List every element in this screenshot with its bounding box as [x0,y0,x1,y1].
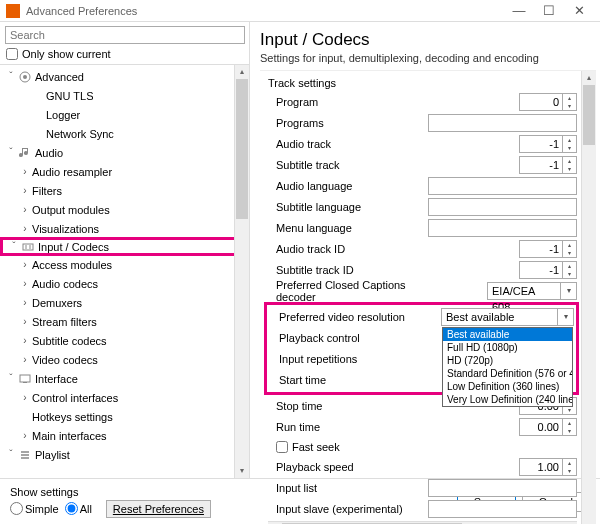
fast-seek-label: Fast seek [292,441,340,453]
program-spinner[interactable]: 0▴▾ [519,93,577,111]
cc-decoder-combo[interactable]: EIA/CEA 608▾ [487,282,577,300]
simple-radio[interactable]: Simple [10,502,59,515]
only-show-current-checkbox[interactable]: Only show current [6,48,243,60]
expand-icon[interactable]: › [18,316,32,327]
app-icon [6,4,20,18]
tree-node[interactable]: ›Control interfaces [0,388,234,407]
audio-track-spinner[interactable]: -1▴▾ [519,135,577,153]
dropdown-option[interactable]: HD (720p) [443,354,572,367]
svg-point-1 [23,75,27,79]
maximize-button[interactable]: ☐ [534,3,564,18]
tree-node[interactable]: ›Audio codecs [0,274,234,293]
run-time-spinner[interactable]: 0.00▴▾ [519,418,577,436]
search-input[interactable] [5,26,245,44]
preferred-resolution-combo[interactable]: Best available▾ Best availableFull HD (1… [441,308,574,326]
tree-node[interactable]: ›Main interfaces [0,426,234,445]
tree-node[interactable]: Hotkeys settings [0,407,234,426]
input-slave-input[interactable] [428,500,577,518]
tree-node[interactable]: ›Audio resampler [0,162,234,181]
scroll-thumb[interactable] [236,79,248,219]
tree-node-label: Stream filters [32,316,97,328]
subtitle-language-input[interactable] [428,198,577,216]
subtitle-track-label: Subtitle track [268,159,428,171]
tree-node[interactable]: ›Output modules [0,200,234,219]
tree-node-label: Audio codecs [32,278,98,290]
tree-node[interactable]: ›Visualizations [0,219,234,238]
tree-node[interactable]: ›Stream filters [0,312,234,331]
panel-subtitle: Settings for input, demultiplexing, deco… [260,52,596,64]
tree-node-label: Access modules [32,259,112,271]
dropdown-option[interactable]: Best available [443,328,572,341]
minimize-button[interactable]: — [504,3,534,18]
show-settings-label: Show settings [10,486,211,498]
tree-node[interactable]: ˇInterface [0,369,234,388]
tree-node[interactable]: ˇAudio [0,143,234,162]
preferences-tree[interactable]: ˇAdvancedGNU TLSLoggerNetwork SyncˇAudio… [0,65,234,478]
menu-language-label: Menu language [268,222,428,234]
expand-icon[interactable]: › [18,278,32,289]
only-show-current-label: Only show current [22,48,111,60]
expand-icon[interactable]: › [18,354,32,365]
expand-icon[interactable]: ˇ [4,147,18,158]
programs-input[interactable] [428,114,577,132]
playback-speed-spinner[interactable]: 1.00▴▾ [519,458,577,476]
expand-icon[interactable]: › [18,335,32,346]
tree-node[interactable]: ›Video codecs [0,350,234,369]
dropdown-option[interactable]: Very Low Definition (240 lines) [443,393,572,406]
dropdown-option[interactable]: Full HD (1080p) [443,341,572,354]
tree-node[interactable]: ›Demuxers [0,293,234,312]
subtitle-track-spinner[interactable]: -1▴▾ [519,156,577,174]
tree-node[interactable]: Network Sync [0,124,234,143]
expand-icon[interactable]: ˇ [4,373,18,384]
audio-language-input[interactable] [428,177,577,195]
expand-icon[interactable]: ˇ [7,241,21,252]
expand-icon[interactable]: › [18,430,32,441]
scroll-up-icon[interactable]: ▴ [235,65,249,79]
tree-node[interactable]: ˇInput / Codecs [0,237,234,256]
scroll-thumb[interactable] [583,85,595,145]
reset-preferences-button[interactable]: Reset Preferences [106,500,211,518]
expand-icon[interactable]: › [18,185,32,196]
expand-icon[interactable]: › [18,297,32,308]
resolution-dropdown-list[interactable]: Best availableFull HD (1080p)HD (720p)St… [442,327,573,407]
subtitle-track-id-label: Subtitle track ID [268,264,428,276]
expand-icon[interactable]: ˇ [4,449,18,460]
start-time-label: Start time [271,374,431,386]
scroll-down-icon[interactable]: ▾ [235,464,249,478]
expand-icon[interactable]: › [18,166,32,177]
settings-scrollbar[interactable]: ▴ ▾ [581,71,596,524]
panel-title: Input / Codecs [260,30,596,50]
programs-label: Programs [268,117,428,129]
tree-node[interactable]: Logger [0,105,234,124]
all-radio[interactable]: All [65,502,92,515]
dropdown-option[interactable]: Standard Definition (576 or 480 lines) [443,367,572,380]
scroll-up-icon[interactable]: ▴ [582,71,596,85]
iface-icon [18,372,32,386]
tree-node[interactable]: ›Subtitle codecs [0,331,234,350]
expand-icon[interactable]: › [18,392,32,403]
list-icon [18,448,32,462]
audio-track-id-spinner[interactable]: -1▴▾ [519,240,577,258]
expand-icon[interactable]: › [18,259,32,270]
expand-icon[interactable]: ˇ [4,71,18,82]
stop-time-label: Stop time [268,400,428,412]
expand-icon[interactable]: › [18,204,32,215]
fast-seek-checkbox[interactable]: Fast seek [268,438,577,456]
tree-scrollbar[interactable]: ▴ ▾ [234,65,249,478]
tree-node[interactable]: ˇAdvanced [0,67,234,86]
settings-panel: Input / Codecs Settings for input, demul… [250,22,600,478]
dropdown-option[interactable]: Low Definition (360 lines) [443,380,572,393]
tree-node[interactable]: ›Filters [0,181,234,200]
menu-language-input[interactable] [428,219,577,237]
expand-icon[interactable]: › [18,223,32,234]
only-show-current-box[interactable] [6,48,18,60]
titlebar: Advanced Preferences — ☐ ✕ [0,0,600,22]
sidebar: Only show current ˇAdvancedGNU TLSLogger… [0,22,250,478]
close-button[interactable]: ✕ [564,3,594,18]
tree-node[interactable]: ›Access modules [0,255,234,274]
subtitle-track-id-spinner[interactable]: -1▴▾ [519,261,577,279]
tree-node-label: Audio [35,147,63,159]
tree-node[interactable]: ˇPlaylist [0,445,234,464]
input-list-input[interactable] [428,479,577,497]
tree-node[interactable]: GNU TLS [0,86,234,105]
